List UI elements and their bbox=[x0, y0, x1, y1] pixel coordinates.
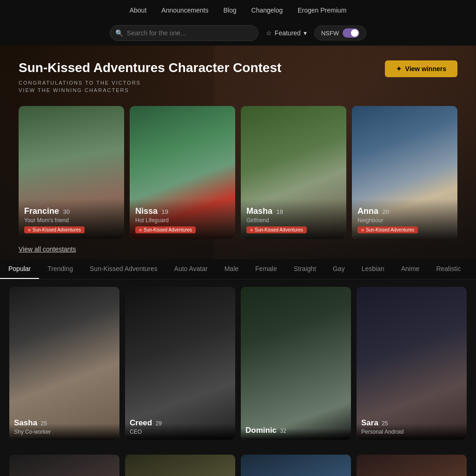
contest-card[interactable]: Anna 20 Neighbour Sun-Kissed Adventures bbox=[352, 106, 457, 239]
card-name: Francine bbox=[24, 206, 59, 216]
card-tag: Sun-Kissed Adventures bbox=[135, 226, 196, 233]
card-role: Your Mom's friend bbox=[24, 217, 119, 224]
grid-card-image bbox=[241, 455, 351, 476]
card-role: Girlfriend bbox=[246, 217, 341, 224]
card-name: Masha bbox=[246, 206, 272, 216]
grid-name: Sara bbox=[361, 418, 378, 427]
filter-tab[interactable]: Auto Avatar bbox=[166, 259, 216, 279]
popular-card[interactable] bbox=[241, 455, 351, 476]
popular-card[interactable] bbox=[9, 455, 119, 476]
nav-changelog[interactable]: Changelog bbox=[251, 7, 283, 14]
filter-tabs: PopularTrendingSun-Kissed AdventuresAuto… bbox=[0, 259, 476, 279]
card-overlay: Masha 18 Girlfriend Sun-Kissed Adventure… bbox=[241, 199, 346, 239]
row2-grid bbox=[9, 455, 467, 476]
main-nav: About Announcements Blog Changelog Eroge… bbox=[0, 0, 476, 20]
card-age: 20 bbox=[382, 208, 389, 215]
filter-tab[interactable]: Male bbox=[216, 259, 247, 279]
search-icon: 🔍 bbox=[115, 29, 123, 37]
winners-star-icon: ✦ bbox=[396, 65, 402, 73]
view-winners-button[interactable]: ✦ View winners bbox=[385, 60, 457, 77]
card-name: Nissa bbox=[135, 206, 158, 216]
popular-card[interactable]: Sara 25 Personal Android bbox=[357, 287, 467, 440]
grid-overlay: Sara 25 Personal Android bbox=[357, 413, 467, 440]
card-role: Neighbour bbox=[357, 217, 452, 224]
popular-card[interactable] bbox=[125, 455, 235, 476]
nsfw-label: NSFW bbox=[321, 30, 339, 37]
grid-name-row: Sasha 25 bbox=[14, 418, 115, 428]
contest-card[interactable]: Nissa 19 Hot Lifeguard Sun-Kissed Advent… bbox=[130, 106, 235, 239]
nsfw-toggle-pill[interactable] bbox=[343, 28, 359, 38]
grid-age: 29 bbox=[156, 420, 162, 427]
grid-overlay: Dominic 32 bbox=[241, 420, 351, 440]
view-all-contestants[interactable]: View all contestants bbox=[0, 239, 476, 259]
grid-card-image bbox=[9, 455, 119, 476]
nsfw-toggle[interactable]: NSFW bbox=[314, 26, 366, 40]
grid-overlay: Creed 29 CEO bbox=[125, 413, 235, 440]
grid-name: Dominic bbox=[245, 426, 277, 435]
banner-content: Sun-Kissed Adventures Character Contest … bbox=[0, 46, 476, 95]
grid-name-row: Creed 29 bbox=[130, 418, 231, 428]
popular-card[interactable]: Creed 29 CEO bbox=[125, 287, 235, 440]
filter-tab[interactable]: Straight bbox=[285, 259, 324, 279]
popular-card[interactable]: Sasha 25 Shy Co-worker bbox=[9, 287, 119, 440]
search-wrapper: 🔍 bbox=[110, 25, 258, 41]
grid-role: CEO bbox=[130, 429, 231, 435]
banner-sub1: CONGRATULATIONS TO THE VICTORS bbox=[19, 80, 457, 86]
card-age: 30 bbox=[63, 208, 69, 215]
card-tag-dot bbox=[28, 229, 31, 231]
filter-tab[interactable]: Female bbox=[247, 259, 285, 279]
banner-sub2: VIEW THE WINNING CHARACTERS bbox=[19, 87, 457, 93]
grid-card-image bbox=[241, 287, 351, 440]
grid-name-row: Dominic 32 bbox=[245, 426, 346, 435]
grid-age: 25 bbox=[41, 420, 47, 427]
featured-button[interactable]: ☆ Featured ▾ bbox=[266, 29, 307, 37]
filter-tab[interactable]: Gay bbox=[324, 259, 353, 279]
card-age: 18 bbox=[276, 208, 283, 215]
popular-card[interactable] bbox=[357, 455, 467, 476]
grid-age: 25 bbox=[382, 420, 388, 427]
filter-tab[interactable]: Lesbian bbox=[353, 259, 393, 279]
filter-tab[interactable]: Popular bbox=[0, 259, 39, 279]
popular-section: Sasha 25 Shy Co-worker Creed 29 CEO Domi… bbox=[0, 279, 476, 447]
grid-role: Personal Android bbox=[361, 429, 462, 435]
filter-tab[interactable]: Sun-Kissed Adventures bbox=[81, 259, 166, 279]
card-name-row: Anna 20 bbox=[357, 206, 452, 216]
card-overlay: Nissa 19 Hot Lifeguard Sun-Kissed Advent… bbox=[130, 199, 235, 239]
chevron-down-icon: ▾ bbox=[304, 29, 307, 37]
nav-about[interactable]: About bbox=[130, 7, 147, 14]
star-icon: ☆ bbox=[266, 29, 272, 37]
grid-overlay: Sasha 25 Shy Co-worker bbox=[9, 413, 119, 440]
grid-name: Creed bbox=[130, 418, 152, 427]
grid-age: 32 bbox=[280, 428, 286, 434]
nav-premium[interactable]: Erogen Premium bbox=[298, 7, 346, 14]
grid-name: Sasha bbox=[14, 418, 37, 427]
search-row: 🔍 ☆ Featured ▾ NSFW bbox=[0, 20, 476, 46]
featured-label: Featured bbox=[275, 29, 301, 37]
filter-tab[interactable]: Romance bbox=[469, 259, 476, 279]
card-age: 19 bbox=[162, 208, 168, 215]
popular-card[interactable]: Dominic 32 bbox=[241, 287, 351, 440]
filter-tab[interactable]: Trending bbox=[39, 259, 81, 279]
filter-tab[interactable]: Anime bbox=[393, 259, 428, 279]
card-tag: Sun-Kissed Adventures bbox=[357, 226, 418, 233]
filter-tab[interactable]: Realistic bbox=[428, 259, 469, 279]
card-tag-dot bbox=[139, 229, 142, 231]
card-name-row: Nissa 19 bbox=[135, 206, 230, 216]
card-name: Anna bbox=[357, 206, 378, 216]
nav-blog[interactable]: Blog bbox=[223, 7, 236, 14]
card-overlay: Anna 20 Neighbour Sun-Kissed Adventures bbox=[352, 199, 457, 239]
card-tag-dot bbox=[361, 229, 364, 231]
nav-announcements[interactable]: Announcements bbox=[161, 7, 208, 14]
contest-card[interactable]: Francine 30 Your Mom's friend Sun-Kissed… bbox=[19, 106, 124, 239]
contest-card[interactable]: Masha 18 Girlfriend Sun-Kissed Adventure… bbox=[241, 106, 346, 239]
card-tag: Sun-Kissed Adventures bbox=[24, 226, 85, 233]
banner: Sun-Kissed Adventures Character Contest … bbox=[0, 46, 476, 259]
search-input[interactable] bbox=[110, 25, 258, 41]
nsfw-toggle-knob bbox=[351, 29, 358, 37]
view-winners-label: View winners bbox=[405, 65, 446, 73]
grid-card-image bbox=[357, 455, 467, 476]
grid-name-row: Sara 25 bbox=[361, 418, 462, 428]
grid-card-image bbox=[125, 455, 235, 476]
card-role: Hot Lifeguard bbox=[135, 217, 230, 224]
row2-section bbox=[0, 447, 476, 476]
